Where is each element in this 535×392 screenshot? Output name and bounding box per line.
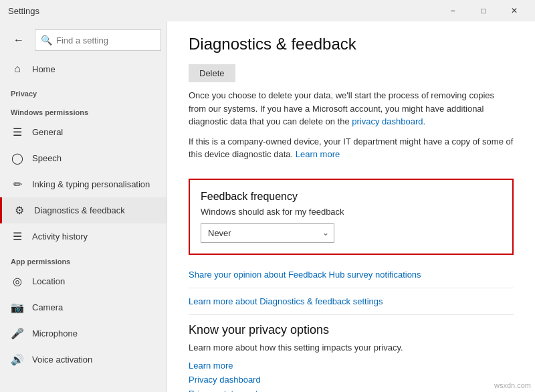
titlebar: Settings − □ ✕ xyxy=(0,0,535,21)
feedback-frequency-section: Feedback frequency Windows should ask fo… xyxy=(189,179,514,255)
privacy-statement-link[interactable]: Privacy statement xyxy=(189,389,514,392)
feedback-frequency-subtitle: Windows should ask for my feedback xyxy=(201,207,502,217)
activity-icon: ☰ xyxy=(11,230,24,243)
search-box: 🔍 xyxy=(35,29,161,51)
sidebar-item-voice[interactable]: 🔊 Voice activation xyxy=(0,347,167,373)
watermark: wsxdn.com xyxy=(494,381,531,389)
sidebar-item-speech[interactable]: ◯ Speech xyxy=(0,145,167,171)
general-label: General xyxy=(32,127,63,137)
learn-more-privacy-link[interactable]: Learn more xyxy=(189,361,514,371)
body1-text: Once you choose to delete your data, we'… xyxy=(189,90,494,126)
speech-label: Speech xyxy=(32,153,62,163)
minimize-button[interactable]: − xyxy=(437,0,468,21)
maximize-button[interactable]: □ xyxy=(468,0,499,21)
privacy-dashboard-link[interactable]: privacy dashboard. xyxy=(352,116,425,126)
camera-label: Camera xyxy=(32,302,63,312)
intro-text: Once you choose to delete your data, we'… xyxy=(189,89,514,128)
settings-window: Settings − □ ✕ ← 🔍 ⌂ Home xyxy=(0,0,535,392)
sidebar-item-inking[interactable]: ✏ Inking & typing personalisation xyxy=(0,171,167,197)
feedback-frequency-dropdown[interactable]: Automatically (recommended) Always Once … xyxy=(201,223,334,243)
general-icon: ☰ xyxy=(11,126,24,138)
privacy-dashboard-link2[interactable]: Privacy dashboard xyxy=(189,375,514,385)
windows-permissions-label: Windows permissions xyxy=(0,100,167,119)
body2-text: If this is a company-owned device, your … xyxy=(189,136,513,160)
delete-button[interactable]: Delete xyxy=(189,64,235,82)
content-area: ← 🔍 ⌂ Home Privacy Windows permissions ☰ xyxy=(0,21,535,392)
voice-label: Voice activation xyxy=(32,355,92,365)
back-button[interactable]: ← xyxy=(5,27,32,54)
diagnostics-icon: ⚙ xyxy=(13,204,26,217)
know-privacy-title: Know your privacy options xyxy=(189,323,514,337)
share-opinion-link[interactable]: Share your opinion about Feedback Hub su… xyxy=(189,270,514,280)
activity-label: Activity history xyxy=(32,231,88,241)
home-label: Home xyxy=(32,64,56,74)
learn-more-diagnostics-link[interactable]: Learn more about Diagnostics & feedback … xyxy=(189,296,514,306)
sidebar-item-home[interactable]: ⌂ Home xyxy=(0,56,167,82)
page-title: Diagnostics & feedback xyxy=(189,35,514,54)
camera-icon: 📷 xyxy=(11,301,24,314)
sidebar-item-location[interactable]: ◎ Location xyxy=(0,268,167,294)
sidebar-item-microphone[interactable]: 🎤 Microphone xyxy=(0,320,167,347)
privacy-label: Privacy xyxy=(0,82,167,100)
speech-icon: ◯ xyxy=(11,152,24,165)
privacy-subtitle: Learn more about how this setting impact… xyxy=(189,341,514,355)
diagnostics-label: Diagnostics & feedback xyxy=(34,205,125,215)
home-icon: ⌂ xyxy=(11,63,24,75)
feedback-frequency-title: Feedback frequency xyxy=(201,191,502,203)
inking-label: Inking & typing personalisation xyxy=(32,179,150,189)
location-label: Location xyxy=(32,276,65,286)
sidebar-top: ← 🔍 xyxy=(0,21,167,56)
main-content: Diagnostics & feedback Delete Once you c… xyxy=(167,21,535,392)
titlebar-left: Settings xyxy=(8,6,39,16)
search-input[interactable] xyxy=(56,35,155,45)
location-icon: ◎ xyxy=(11,275,24,288)
titlebar-controls: − □ ✕ xyxy=(437,0,530,21)
sidebar-item-activity[interactable]: ☰ Activity history xyxy=(0,223,167,250)
titlebar-title: Settings xyxy=(8,6,39,16)
microphone-icon: 🎤 xyxy=(11,327,24,340)
learn-more-link1[interactable]: Learn more xyxy=(296,149,340,159)
microphone-label: Microphone xyxy=(32,328,78,338)
divider2 xyxy=(189,314,514,315)
search-icon: 🔍 xyxy=(41,35,52,45)
app-permissions-label: App permissions xyxy=(0,250,167,268)
sidebar-scroll: ⌂ Home Privacy Windows permissions ☰ Gen… xyxy=(0,56,167,392)
sidebar: ← 🔍 ⌂ Home Privacy Windows permissions ☰ xyxy=(0,21,167,392)
company-text: If this is a company-owned device, your … xyxy=(189,135,514,161)
divider xyxy=(189,288,514,288)
sidebar-item-camera[interactable]: 📷 Camera xyxy=(0,294,167,320)
feedback-dropdown-wrapper: Automatically (recommended) Always Once … xyxy=(201,223,334,243)
sidebar-item-general[interactable]: ☰ General xyxy=(0,119,167,145)
voice-icon: 🔊 xyxy=(11,353,24,366)
sidebar-item-diagnostics[interactable]: ⚙ Diagnostics & feedback xyxy=(0,197,167,223)
close-button[interactable]: ✕ xyxy=(499,0,530,21)
inking-icon: ✏ xyxy=(11,178,24,191)
